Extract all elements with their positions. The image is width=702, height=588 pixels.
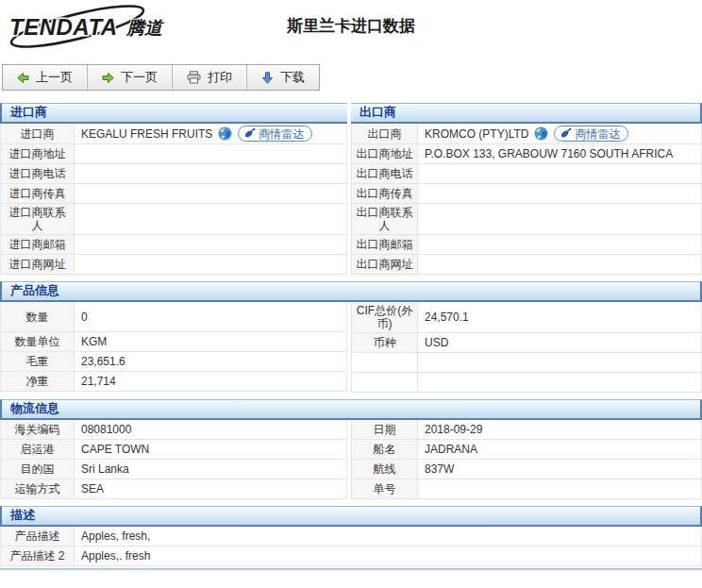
- field-label: 出口商邮箱: [352, 235, 418, 254]
- field-label: 进口商网址: [1, 255, 75, 274]
- exporter-name-text: KROMCO (PTY)LTD: [425, 127, 528, 141]
- field-label: 币种: [352, 333, 418, 352]
- field-label: 产品描述: [1, 527, 75, 546]
- section-description: 描述 产品描述 Apples, fresh, 产品描述 2 Apples,. f…: [0, 506, 702, 566]
- table-row: 净重 21,714: [1, 372, 346, 392]
- table-row: 出口商电话: [352, 164, 701, 184]
- page-bottom-divider: [0, 568, 702, 570]
- field-label: 航线: [352, 460, 418, 479]
- table-row: 运输方式 SEA: [1, 479, 346, 499]
- field-value: [75, 255, 346, 274]
- radar-badge[interactable]: 商情雷达: [238, 126, 312, 142]
- field-value: [418, 373, 701, 392]
- field-value: 837W: [418, 460, 701, 479]
- field-label: [352, 373, 418, 392]
- next-page-button[interactable]: 下一页: [88, 65, 173, 90]
- field-value: [418, 255, 701, 274]
- field-value: P.O.BOX 133, GRABOUW 7160 SOUTH AFRICA: [418, 144, 701, 163]
- field-value: Apples,. fresh: [75, 546, 701, 565]
- print-label: 打印: [208, 69, 232, 86]
- field-label: 数量单位: [1, 332, 75, 351]
- field-label: 出口商: [352, 124, 418, 143]
- table-row: [352, 353, 701, 373]
- exporter-panel: 出口商 出口商 KROMCO (PTY)LTD: [351, 103, 702, 275]
- field-label: 产品描述 2: [1, 546, 75, 565]
- field-label: 出口商传真: [352, 184, 418, 203]
- importer-panel: 进口商 进口商 KEGALU FRESH FRUITS: [0, 103, 347, 275]
- field-label: 进口商: [1, 124, 75, 143]
- table-row: 进口商传真: [1, 184, 346, 204]
- table-row: 数量 0: [1, 302, 346, 332]
- exporter-table: 出口商 KROMCO (PTY)LTD: [351, 124, 702, 275]
- table-row: 出口商邮箱: [352, 235, 701, 255]
- table-row: 出口商传真: [352, 184, 701, 204]
- field-value: KGM: [75, 332, 346, 351]
- field-value: 0: [75, 302, 346, 331]
- field-value: [418, 479, 701, 498]
- exporter-section-header: 出口商: [351, 103, 702, 124]
- field-value: SEA: [75, 479, 346, 498]
- importer-section-header: 进口商: [0, 103, 347, 124]
- radar-dish-icon: [560, 128, 572, 139]
- arrow-right-icon: [102, 72, 114, 84]
- field-value: 24,570.1: [418, 302, 701, 332]
- field-value: [75, 184, 346, 203]
- globe-icon[interactable]: [218, 126, 232, 141]
- description-section-header: 描述: [0, 506, 702, 527]
- printer-icon: [187, 71, 201, 84]
- field-label: 船名: [352, 440, 418, 459]
- field-label: 日期: [352, 420, 418, 439]
- field-label: 净重: [1, 372, 75, 391]
- download-button[interactable]: 下载: [247, 65, 319, 90]
- table-row: [352, 373, 701, 393]
- next-page-label: 下一页: [121, 69, 158, 86]
- field-value: 2018-09-29: [418, 420, 701, 439]
- field-value: CAPE TOWN: [75, 440, 346, 459]
- importer-table: 进口商 KEGALU FRESH FRUITS: [0, 124, 347, 275]
- table-row: 航线 837W: [352, 460, 701, 479]
- field-value: [418, 204, 701, 234]
- table-row: 产品描述 2 Apples,. fresh: [1, 546, 701, 566]
- prev-page-button[interactable]: 上一页: [3, 65, 88, 90]
- field-value: [418, 353, 701, 372]
- description-table: 产品描述 Apples, fresh, 产品描述 2 Apples,. fres…: [0, 527, 702, 566]
- arrow-down-icon: [261, 72, 274, 84]
- logistics-section-header: 物流信息: [0, 399, 702, 420]
- table-row: 目的国 Sri Lanka: [1, 460, 346, 479]
- table-row: 启运港 CAPE TOWN: [1, 440, 346, 460]
- section-parties: 进口商 进口商 KEGALU FRESH FRUITS: [0, 103, 702, 275]
- field-label: CIF总价(外币): [352, 302, 418, 332]
- page-title: 斯里兰卡进口数据: [0, 15, 702, 37]
- field-value: [418, 184, 701, 203]
- field-label: 进口商传真: [1, 184, 75, 203]
- radar-badge-label: 商情雷达: [259, 127, 304, 141]
- field-label: 出口商网址: [352, 255, 418, 274]
- radar-badge[interactable]: 商情雷达: [554, 126, 628, 142]
- table-row: 进口商电话: [1, 164, 346, 184]
- field-label: 进口商联系人: [1, 204, 75, 234]
- field-value: 08081000: [75, 420, 346, 439]
- field-value: 21,714: [75, 372, 346, 391]
- table-row: 出口商 KROMCO (PTY)LTD: [352, 124, 701, 144]
- radar-badge-label: 商情雷达: [575, 127, 620, 141]
- top-bar: TENDATA 腾道 斯里兰卡进口数据: [0, 0, 702, 55]
- download-label: 下载: [280, 69, 305, 86]
- product-table-right: CIF总价(外币) 24,570.1 币种 USD: [351, 302, 702, 393]
- table-row: 进口商地址: [1, 144, 346, 164]
- prev-page-label: 上一页: [36, 69, 73, 86]
- field-value: KEGALU FRESH FRUITS: [75, 124, 346, 143]
- table-row: 出口商联系人: [352, 204, 701, 235]
- table-row: 毛重 23,651.6: [1, 352, 346, 372]
- logistics-table-left: 海关编码 08081000 启运港 CAPE TOWN 目的国 Sri Lank…: [0, 420, 347, 499]
- print-button[interactable]: 打印: [173, 65, 247, 90]
- table-row: 日期 2018-09-29: [352, 420, 701, 440]
- field-value: KROMCO (PTY)LTD: [418, 124, 701, 143]
- field-value: [418, 164, 701, 183]
- logistics-table-right: 日期 2018-09-29 船名 JADRANA 航线 837W 单号: [351, 420, 702, 499]
- section-logistics: 物流信息 海关编码 08081000 启运港 CAPE TOWN 目的国 Sri…: [0, 399, 702, 499]
- globe-icon[interactable]: [534, 126, 548, 141]
- field-label: 出口商联系人: [352, 204, 418, 234]
- field-label: 海关编码: [1, 420, 75, 439]
- field-value: [75, 235, 346, 254]
- arrow-left-icon: [17, 72, 29, 84]
